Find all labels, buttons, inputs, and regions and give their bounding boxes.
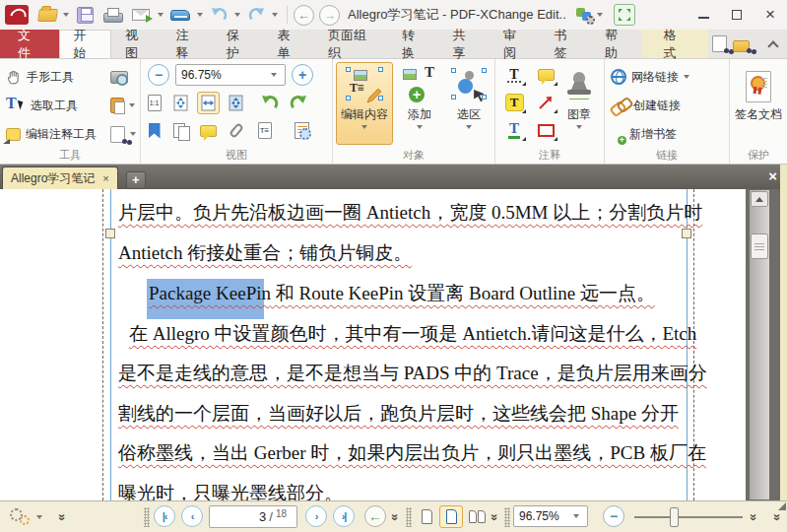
history-forward-button[interactable]: →	[319, 5, 340, 26]
create-link-button[interactable]: 创建链接	[611, 93, 681, 118]
add-bookmark-button[interactable]: + 新增书签	[611, 121, 677, 147]
save-button[interactable]	[72, 3, 98, 27]
hand-tool-button[interactable]: 手形工具	[6, 64, 74, 90]
tab-file[interactable]: 文件	[0, 30, 59, 58]
two-page-layout-button[interactable]	[465, 505, 489, 528]
tab-comment[interactable]: 注释	[163, 30, 214, 58]
tab-view[interactable]: 视图	[111, 30, 163, 58]
maximize-button[interactable]	[720, 2, 754, 28]
tab-format[interactable]: 格式	[642, 30, 709, 58]
find-button[interactable]	[110, 121, 136, 147]
plugins-caret-icon[interactable]	[597, 13, 603, 17]
zoom-overflow-icon[interactable]: »	[747, 513, 761, 519]
text-color-button[interactable]: T	[501, 118, 527, 142]
bookmarks-pane-button[interactable]	[143, 119, 165, 142]
single-page-layout-button[interactable]	[415, 505, 438, 528]
fit-window-icon[interactable]	[614, 4, 635, 26]
close-button[interactable]: ×	[754, 2, 787, 28]
document-tab[interactable]: Allegro学习笔记 ×	[2, 166, 118, 189]
doc-line-8[interactable]: 曝光时，只曝光墨线部分。	[118, 481, 343, 500]
tab-organize[interactable]: 页面组织	[314, 30, 388, 58]
tab-convert[interactable]: 转换	[388, 30, 439, 58]
doc-line-1[interactable]: 片层中。负片先沿板边画一圈 Antietch，宽度 0.5MM 以上；分割负片时	[118, 200, 702, 226]
doc-line-5[interactable]: 是不是走线的意思，是不是想当与 PADS 中的 Trace，是负片层用来画分	[118, 361, 707, 386]
thumbnails-pane-button[interactable]	[169, 119, 192, 142]
collapse-ribbon-icon[interactable]	[767, 40, 778, 51]
zoom-level-combo[interactable]: 96.75%	[175, 64, 286, 86]
nav-overflow-icon[interactable]: »	[388, 513, 403, 519]
arrow-annotation-button[interactable]	[533, 91, 558, 114]
statusbar-overflow-right-icon[interactable]: »	[770, 513, 785, 519]
page-number-input[interactable]: 3 / 18	[209, 505, 297, 528]
stamp-button[interactable]: 图章	[557, 62, 602, 145]
tab-bookmarks[interactable]: 书签	[541, 30, 592, 58]
last-page-button[interactable]: ›|	[333, 505, 355, 527]
continuous-layout-button[interactable]	[439, 505, 463, 528]
typewriter-button[interactable]: T	[501, 63, 527, 87]
tab-protect[interactable]: 保护	[213, 30, 264, 58]
tab-bar-close-icon[interactable]: ×	[768, 167, 777, 184]
statusbar-overflow-left-icon[interactable]: »	[55, 513, 70, 519]
document-tab-close-icon[interactable]: ×	[102, 172, 108, 184]
undo-caret-icon[interactable]	[234, 13, 240, 17]
edit-content-button[interactable]: T≡ 编辑内容	[336, 62, 393, 145]
fit-width-button[interactable]	[197, 92, 220, 114]
rotate-ccw-button[interactable]	[258, 92, 281, 114]
previous-page-button[interactable]: ‹	[181, 505, 203, 527]
doc-line-7[interactable]: 俗称墨线，当出 Gerber 时，如果内层出负片，则只出墨线，PCB 板厂在	[118, 440, 706, 466]
doc-line-3-rest[interactable]: 和 Route KeePin 设置离 Board Outline 远一点。	[271, 283, 655, 303]
tab-home[interactable]: 开始	[59, 30, 112, 58]
doc-line-2[interactable]: Antietch 衔接处重合；铺负片铜皮。	[118, 240, 412, 266]
tab-form[interactable]: 表单	[264, 30, 315, 58]
comments-pane-button[interactable]	[197, 119, 220, 142]
edit-annotation-tool-button[interactable]: 编辑注释工具	[6, 121, 97, 147]
actual-size-button[interactable]: 1:1	[143, 92, 165, 114]
open-button[interactable]	[34, 3, 60, 27]
weblink-caret-icon[interactable]	[684, 75, 689, 79]
highlight-text-button[interactable]: T	[501, 91, 527, 114]
sign-document-button[interactable]: 签名文档	[733, 62, 784, 145]
nav-toolbar-grip[interactable]	[144, 507, 150, 527]
paste-caret-icon[interactable]	[129, 103, 135, 107]
toolbar-options-button[interactable]	[8, 508, 45, 526]
zoom-slider-track[interactable]	[634, 516, 743, 518]
scan-button[interactable]	[166, 3, 194, 27]
email-button[interactable]	[127, 3, 155, 27]
fit-page-button[interactable]	[169, 92, 192, 114]
fields-pane-button[interactable]: T≡	[253, 119, 276, 142]
zoom-in-button[interactable]: +	[292, 64, 313, 86]
fit-visible-button[interactable]	[225, 92, 247, 114]
new-tab-button[interactable]: +	[126, 171, 146, 189]
attachments-pane-button[interactable]	[225, 119, 247, 142]
statusbar-zoom-combo[interactable]: 96.75%	[513, 505, 588, 527]
previous-view-button[interactable]: ←	[364, 505, 386, 527]
vertical-scrollbar-track[interactable]	[746, 189, 780, 500]
redo-caret-icon[interactable]	[272, 13, 278, 17]
sticky-note-button[interactable]	[533, 63, 558, 87]
history-back-button[interactable]: ←	[294, 5, 314, 26]
scroll-up-button[interactable]	[751, 191, 768, 207]
add-object-button[interactable]: T + 添加	[397, 62, 442, 145]
paste-button[interactable]	[110, 93, 135, 118]
doc-line-3[interactable]: Package KeePin 和 Route KeePin 设置离 Board …	[149, 281, 655, 306]
tab-help[interactable]: 帮助	[591, 30, 642, 58]
scan-caret-icon[interactable]	[197, 13, 203, 17]
search-document-icon[interactable]	[712, 35, 727, 52]
selection-handle-left[interactable]	[105, 229, 115, 238]
selection-button[interactable]: 选区	[446, 62, 492, 145]
rectangle-annotation-button[interactable]	[533, 118, 558, 142]
undo-button[interactable]	[206, 3, 231, 27]
first-page-button[interactable]: |‹	[154, 505, 175, 527]
weblink-button[interactable]: 网络链接	[611, 64, 689, 90]
next-page-button[interactable]: ›	[305, 505, 327, 527]
find-caret-icon[interactable]	[130, 132, 136, 136]
vertical-scrollbar-thumb[interactable]	[751, 233, 768, 259]
open-caret-icon[interactable]	[63, 13, 69, 17]
tab-share[interactable]: 共享	[439, 30, 491, 58]
statusbar-zoom-out-button[interactable]: −	[603, 505, 624, 527]
selection-handle-right[interactable]	[682, 229, 691, 238]
doc-line-4[interactable]: 在 Allegro 中设置颜色时，其中有一项是 Antietch.请问这是什么，…	[129, 321, 696, 347]
minimize-button[interactable]	[687, 2, 720, 28]
rotate-cw-button[interactable]	[287, 92, 309, 114]
plugins-icon[interactable]	[576, 7, 594, 23]
